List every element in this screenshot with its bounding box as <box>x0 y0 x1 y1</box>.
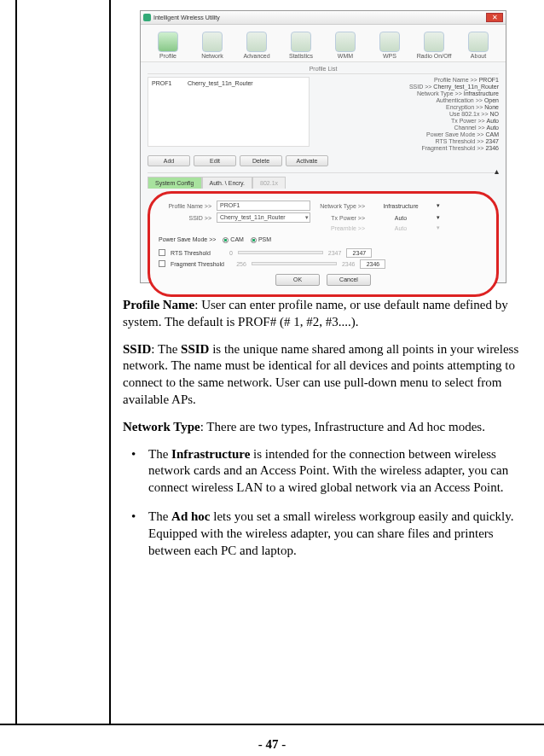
fragment-slider[interactable] <box>252 262 337 265</box>
app-icon <box>143 14 151 21</box>
add-button[interactable]: Add <box>148 155 190 166</box>
tab-about[interactable]: About <box>456 32 501 61</box>
paragraph-profile-name: Profile Name: User can enter profile nam… <box>123 297 524 331</box>
network-type-dropdown[interactable]: Infrastructure <box>370 203 431 209</box>
psm-radio[interactable] <box>251 237 257 243</box>
delete-button[interactable]: Delete <box>240 155 282 166</box>
tab-radio[interactable]: Radio On/Off <box>412 32 456 61</box>
profile-list-heading: Profile List <box>148 66 499 72</box>
fragment-checkbox[interactable] <box>159 260 165 267</box>
collapse-arrow-icon[interactable]: ▴ <box>495 166 499 176</box>
ok-button[interactable]: OK <box>275 274 320 286</box>
tab-statistics[interactable]: Statistics <box>279 32 323 61</box>
cam-radio[interactable] <box>223 237 229 243</box>
tab-network[interactable]: Network <box>190 32 234 61</box>
tab-advanced[interactable]: Advanced <box>234 32 279 61</box>
chevron-down-icon: ▾ <box>437 224 445 231</box>
profile-entry-name: PROF1 <box>152 80 186 86</box>
activate-button[interactable]: Activate <box>286 155 328 166</box>
chevron-down-icon[interactable]: ▾ <box>437 202 445 209</box>
page-body: Intelligent Wireless Utility ✕ Profile N… <box>0 0 544 725</box>
profile-name-label: Profile Name >> <box>159 203 211 209</box>
tab-profile[interactable]: Profile <box>146 32 190 61</box>
tab-wmm[interactable]: WMM <box>323 32 367 61</box>
cancel-button[interactable]: Cancel <box>327 274 371 286</box>
app-window: Intelligent Wireless Utility ✕ Profile N… <box>140 10 506 283</box>
main-tabs: Profile Network Advanced Statistics WMM … <box>141 25 506 62</box>
fragment-value-input[interactable]: 2346 <box>360 259 385 269</box>
edit-button[interactable]: Edit <box>194 155 236 166</box>
txpower-dropdown[interactable]: Auto <box>370 215 431 221</box>
fragment-label: Fragment Threshold <box>171 261 224 267</box>
paragraph-network-type: Network Type: There are two types, Infra… <box>123 419 524 436</box>
txpower-label: Tx Power >> <box>315 215 365 221</box>
titlebar: Intelligent Wireless Utility ✕ <box>141 11 506 25</box>
subtab-system-config[interactable]: System Config <box>148 177 202 189</box>
close-icon[interactable]: ✕ <box>486 13 503 22</box>
chevron-down-icon[interactable]: ▾ <box>437 214 445 221</box>
tab-wps[interactable]: WPS <box>367 32 412 61</box>
profile-info: Profile Name >>PROF1 SSID >>Cherry_test_… <box>313 77 499 152</box>
right-column: Intelligent Wireless Utility ✕ Profile N… <box>111 0 529 724</box>
page-number: - 47 - <box>0 725 544 752</box>
rts-value-input[interactable]: 2347 <box>346 248 372 258</box>
rts-checkbox[interactable] <box>159 249 165 256</box>
left-column <box>15 0 111 724</box>
subtab-8021x[interactable]: 802.1x <box>252 177 286 189</box>
app-title: Intelligent Wireless Utility <box>153 15 220 20</box>
power-save-label: Power Save Mode >> <box>159 236 216 242</box>
document-text: Profile Name: User can enter profile nam… <box>123 297 524 559</box>
subtab-auth-encry[interactable]: Auth. \ Encry. <box>202 177 253 189</box>
profile-name-input[interactable]: PROF1 <box>217 201 310 211</box>
preamble-label: Preamble >> <box>315 225 365 231</box>
rts-label: RTS Threshold <box>171 250 211 256</box>
paragraph-ssid: SSID: The SSID is the unique name shared… <box>123 341 524 409</box>
highlighted-form-area: Profile Name >> PROF1 Network Type >> In… <box>148 191 499 297</box>
profile-list[interactable]: PROF1 Cherry_test_11n_Router <box>148 77 310 147</box>
profile-entry-ssid: Cherry_test_11n_Router <box>188 80 253 86</box>
network-type-label: Network Type >> <box>315 203 365 209</box>
ssid-label: SSID >> <box>159 215 211 221</box>
rts-slider[interactable] <box>238 251 323 254</box>
list-item-adhoc: The Ad hoc lets you set a small wireless… <box>123 509 524 559</box>
list-item-infrastructure: The Infrastructure is intended for the c… <box>123 446 524 497</box>
ssid-dropdown[interactable]: Cherry_test_11n_Router <box>217 212 310 223</box>
preamble-dropdown: Auto <box>370 225 431 231</box>
